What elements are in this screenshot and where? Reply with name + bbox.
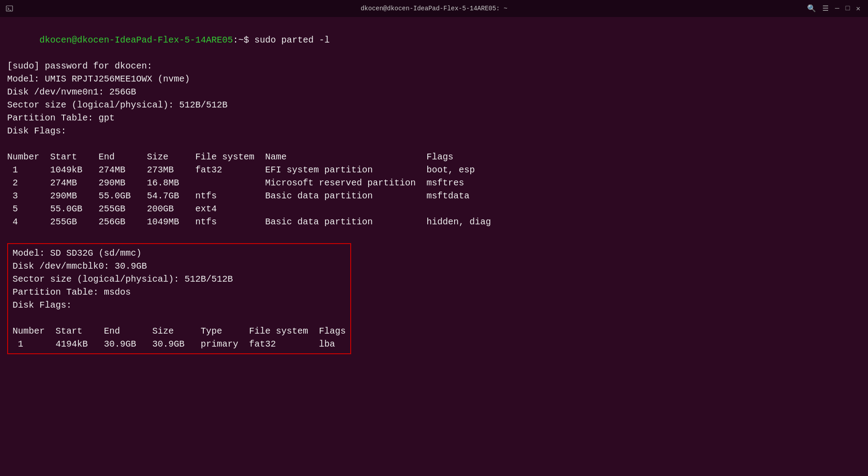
prompt-command: sudo parted -l (249, 35, 330, 45)
partition-table-line: Partition Table: gpt (7, 111, 861, 124)
prompt-line: dkocen@dkocen-IdeaPad-Flex-5-14ARE05:~$ … (7, 21, 861, 60)
disk2-disk-line: Disk /dev/mmcblk0: 30.9GB (13, 260, 346, 273)
title-bar-controls[interactable]: 🔍 ☰ — □ ✕ (805, 3, 863, 14)
disk1-row-4: 5 55.0GB 255GB 200GB ext4 (7, 202, 861, 215)
sudo-line: [sudo] password for dkocen: (7, 60, 861, 73)
disk2-partition-table-line: Partition Table: msdos (13, 286, 346, 299)
terminal-window: dkocen@dkocen-IdeaPad-Flex-5-14ARE05: ~ … (0, 0, 868, 476)
disk2-row-1: 1 4194kB 30.9GB 30.9GB primary fat32 lba (13, 338, 346, 351)
window-title: dkocen@dkocen-IdeaPad-Flex-5-14ARE05: ~ (361, 5, 507, 12)
prompt-user: dkocen@dkocen-IdeaPad-Flex-5-14ARE05 (39, 35, 233, 45)
title-bar: dkocen@dkocen-IdeaPad-Flex-5-14ARE05: ~ … (0, 0, 868, 17)
menu-icon[interactable]: ☰ (820, 3, 831, 14)
empty-line-2 (7, 228, 861, 241)
terminal-content[interactable]: dkocen@dkocen-IdeaPad-Flex-5-14ARE05:~$ … (0, 17, 868, 476)
disk1-row-3: 3 290MB 55.0GB 54.7GB ntfs Basic data pa… (7, 189, 861, 202)
disk1-row-2: 2 274MB 290MB 16.8MB Microsoft reserved … (7, 176, 861, 189)
disk1-row-1: 1 1049kB 274MB 273MB fat32 EFI system pa… (7, 163, 861, 176)
minimize-button[interactable]: — (833, 4, 842, 13)
disk2-section-box: Model: SD SD32G (sd/mmc) Disk /dev/mmcbl… (7, 243, 351, 354)
disk2-model-line: Model: SD SD32G (sd/mmc) (13, 247, 346, 260)
disk-line: Disk /dev/nvme0n1: 256GB (7, 86, 861, 99)
empty-line-1 (7, 137, 861, 150)
model-line: Model: UMIS RPJTJ256MEE1OWX (nvme) (7, 73, 861, 86)
prompt-separator: :~$ (233, 35, 249, 45)
disk2-sector-line: Sector size (logical/physical): 512B/512… (13, 273, 346, 286)
disk2-flags-line: Disk Flags: (13, 299, 346, 312)
disk2-table-header: Number Start End Size Type File system F… (13, 325, 346, 338)
disk-flags-line: Disk Flags: (7, 124, 861, 137)
close-button[interactable]: ✕ (854, 3, 863, 14)
maximize-button[interactable]: □ (843, 4, 852, 13)
sector-line: Sector size (logical/physical): 512B/512… (7, 99, 861, 111)
empty-line-3 (13, 312, 346, 325)
search-icon[interactable]: 🔍 (805, 3, 818, 14)
title-bar-left (5, 4, 13, 13)
terminal-icon (5, 4, 13, 13)
disk1-table-header: Number Start End Size File system Name F… (7, 150, 861, 163)
disk1-row-5: 4 255GB 256GB 1049MB ntfs Basic data par… (7, 215, 861, 228)
